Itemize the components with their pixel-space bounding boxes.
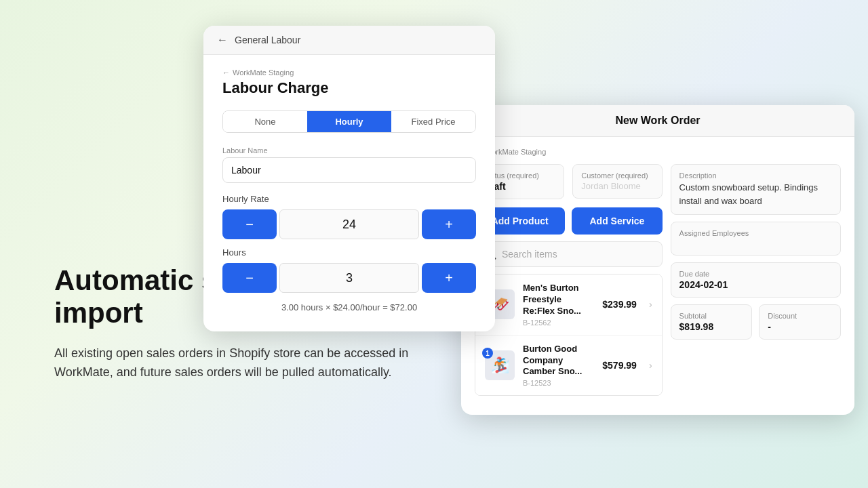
- customer-label: Customer (required): [581, 171, 653, 180]
- workorder-right-col: Description Custom snowboard setup. Bind…: [671, 164, 841, 404]
- hours-label: Hours: [222, 247, 476, 258]
- hours-value: 3: [279, 263, 419, 293]
- assigned-employees-field[interactable]: Assigned Employees: [671, 222, 841, 256]
- product-chevron-2: ›: [649, 360, 652, 371]
- workorder-workmate-label: WorkMate Staging: [475, 148, 841, 156]
- customer-value[interactable]: Jordan Bloome: [581, 181, 653, 191]
- tab-fixed-price[interactable]: Fixed Price: [391, 111, 475, 132]
- product-name-2: Burton Good Company Camber Sno...: [523, 344, 594, 378]
- discount-value: -: [768, 321, 832, 332]
- hours-stepper: − 3 +: [222, 263, 476, 293]
- product-item-2[interactable]: 1 🏂 Burton Good Company Camber Sno... B-…: [475, 336, 662, 396]
- hourly-rate-plus-btn[interactable]: +: [422, 209, 476, 239]
- discount-field: Discount -: [759, 304, 841, 340]
- labour-name-group: Labour Name: [222, 146, 476, 183]
- labour-charge-card: ← General Labour WorkMate Staging Labour…: [203, 26, 495, 331]
- labour-tab-group: None Hourly Fixed Price: [222, 110, 476, 133]
- hours-minus-btn[interactable]: −: [222, 263, 277, 293]
- hourly-rate-label: Hourly Rate: [222, 194, 476, 204]
- back-arrow-icon[interactable]: ←: [217, 34, 228, 46]
- work-order-title: New Work Order: [615, 115, 700, 126]
- calc-summary: 3.00 hours × $24.00/hour = $72.00: [222, 302, 476, 312]
- product-badge-2: 1: [482, 348, 493, 359]
- work-order-card: New Work Order WorkMate Staging Status (…: [461, 105, 854, 415]
- due-date-field[interactable]: Due date 2024-02-01: [671, 262, 841, 298]
- labour-card-header-title: General Labour: [235, 35, 300, 45]
- add-service-button[interactable]: Add Service: [572, 207, 662, 235]
- due-date-label: Due date: [679, 270, 832, 278]
- product-sku-1: B-12562: [523, 319, 594, 327]
- labour-name-label: Labour Name: [222, 146, 476, 155]
- hourly-rate-value: 24: [279, 209, 419, 239]
- product-price-2: $579.99: [602, 360, 637, 371]
- product-chevron-1: ›: [649, 299, 652, 310]
- subtotal-field: Subtotal $819.98: [671, 304, 753, 340]
- workmate-staging-label: WorkMate Staging: [222, 68, 476, 77]
- labour-card-body: WorkMate Staging Labour Charge None Hour…: [203, 55, 495, 331]
- hourly-rate-minus-btn[interactable]: −: [222, 209, 277, 239]
- labour-card-header: ← General Labour: [203, 26, 495, 55]
- product-thumb-2: 1 🏂: [485, 350, 515, 380]
- product-item-1[interactable]: 1 🛷 Men's Burton Freestyle Re:Flex Sno..…: [475, 274, 662, 336]
- search-bar[interactable]: 🔍 Search items: [475, 241, 663, 267]
- add-buttons-row: Add Product Add Service: [475, 207, 663, 235]
- product-price-1: $239.99: [602, 299, 637, 310]
- description-label: Description: [679, 171, 832, 180]
- labour-name-input[interactable]: [222, 157, 476, 183]
- discount-label: Discount: [768, 312, 832, 320]
- search-placeholder: Search items: [502, 249, 557, 260]
- assigned-employees-label: Assigned Employees: [679, 229, 832, 237]
- subtotal-value: $819.98: [679, 321, 744, 332]
- work-order-body: WorkMate Staging Status (required) Draft…: [461, 137, 854, 415]
- sub-text: All existing open sales orders in Shopif…: [54, 344, 448, 383]
- due-date-value: 2024-02-01: [679, 279, 832, 290]
- description-text: Custom snowboard setup. Bindings install…: [679, 181, 832, 207]
- subtotal-discount-row: Subtotal $819.98 Discount -: [671, 304, 841, 340]
- labour-charge-title: Labour Charge: [222, 79, 476, 97]
- product-list: 1 🛷 Men's Burton Freestyle Re:Flex Sno..…: [475, 274, 663, 396]
- subtotal-label: Subtotal: [679, 312, 744, 320]
- product-info-1: Men's Burton Freestyle Re:Flex Sno... B-…: [523, 283, 594, 327]
- customer-box: Customer (required) Jordan Bloome: [572, 164, 662, 199]
- product-info-2: Burton Good Company Camber Sno... B-1252…: [523, 344, 594, 388]
- hours-plus-btn[interactable]: +: [422, 263, 476, 293]
- tab-hourly[interactable]: Hourly: [307, 111, 391, 132]
- product-name-1: Men's Burton Freestyle Re:Flex Sno...: [523, 283, 594, 317]
- status-customer-row: Status (required) Draft Customer (requir…: [475, 164, 663, 199]
- work-order-header: New Work Order: [461, 105, 854, 137]
- customer-field: Customer (required) Jordan Bloome: [572, 164, 662, 199]
- workorder-left-col: Status (required) Draft Customer (requir…: [475, 164, 663, 404]
- workorder-inner-layout: Status (required) Draft Customer (requir…: [475, 164, 841, 404]
- product-sku-2: B-12523: [523, 379, 594, 387]
- hourly-rate-stepper: − 24 +: [222, 209, 476, 239]
- tab-none[interactable]: None: [223, 111, 307, 132]
- description-field: Description Custom snowboard setup. Bind…: [671, 164, 841, 215]
